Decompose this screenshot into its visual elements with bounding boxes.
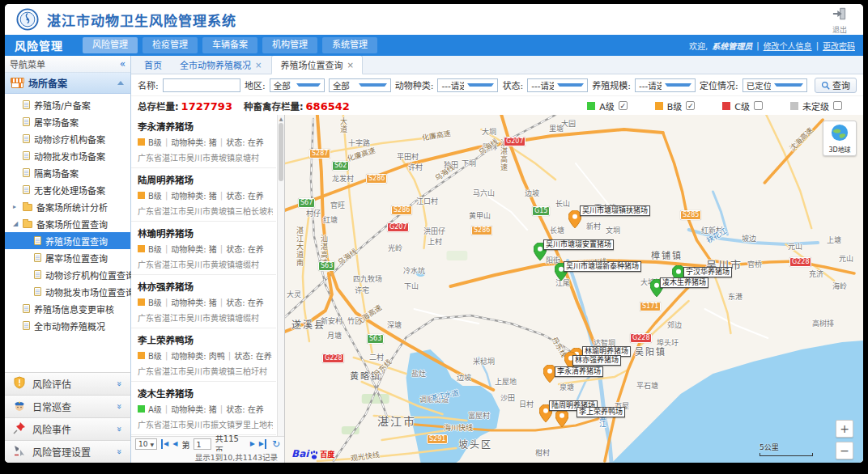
page-prefix: 第 — [181, 438, 189, 451]
farm-marker-label[interactable]: 吴川市塘㙍安置猪场 — [543, 239, 614, 250]
map-zoom-in-button[interactable]: + — [836, 420, 853, 438]
farm-card-4[interactable]: 李上荣养鸭场B级|动物种类: 肉鸭|状态: 在养广东省湛江市吴川市黄坡镇三柏圩村 — [131, 328, 276, 382]
refresh-button[interactable]: ↻ — [272, 439, 280, 449]
top-tab-1[interactable]: 检疫管理 — [143, 37, 198, 53]
search-button[interactable]: 查询 — [815, 78, 857, 93]
filter-select-5[interactable]: ---请选择--- — [635, 78, 696, 92]
map-place-label: 月塘 — [327, 330, 342, 341]
farm-card-1[interactable]: 陆周明养猪场B级|动物种类: 猪|状态: 在养广东省湛江市吴川市黄坡镇三柏长坡村 — [131, 168, 276, 222]
road-badge: S67 — [298, 198, 315, 208]
scale-line — [760, 453, 813, 456]
scroll-up-icon[interactable]: ▲ — [278, 115, 284, 123]
accordion-settings[interactable]: 风险管理设置» — [5, 440, 130, 463]
farm-marker-label[interactable]: 吴川市塘㙍镇扶猪场 — [580, 205, 650, 216]
sidebar-menu: 养殖场/户备案屠宰场备案动物诊疗机构备案动物批发市场备案隔离场备案无害化处理场备… — [5, 94, 130, 334]
legend-checkbox[interactable] — [754, 101, 763, 110]
select-value: ---请选择--- — [639, 79, 662, 91]
filter-select-2[interactable]: 全部 — [329, 78, 391, 92]
farm-marker-label[interactable]: 宁汉华养猪场 — [683, 267, 732, 277]
tab-2[interactable]: 养殖场位置查询× — [271, 55, 362, 74]
filter-select-4[interactable]: ---请选择--- — [527, 78, 588, 92]
sidebar-item-6[interactable]: ▸备案场所统计分析 — [5, 198, 130, 215]
legend-checkbox[interactable]: ✓ — [686, 101, 695, 110]
last-page-button[interactable]: ▶ — [259, 439, 266, 449]
road-badge: S285 — [680, 210, 701, 220]
divider: | — [756, 41, 759, 50]
farm-card-5[interactable]: 凌木生养猪场A级|动物种类: 猪|状态: 在养广东省湛江市吴川市振文镇罗里上地村 — [131, 382, 276, 435]
accordion-police[interactable]: 日常巡查» — [5, 395, 130, 417]
sidebar-item-9[interactable]: 屠宰场位置查询 — [5, 249, 130, 266]
scrollbar-thumb[interactable] — [279, 123, 283, 181]
next-page-button[interactable]: ▶ — [250, 439, 255, 449]
farm-card-2[interactable]: 林瑜明养猪场B级|动物种类: 猪|状态: 在养广东省湛江市吴川市黄坡镇塘缀村 — [131, 222, 276, 275]
road-badge: S286 — [471, 226, 492, 235]
species-label: 动物种类: 肉鸭 — [171, 349, 225, 362]
filter-select-3[interactable]: ---请选择--- — [437, 78, 498, 92]
farm-card-3[interactable]: 林亦强养猪场B级|动物种类: 猪|状态: 在养广东省湛江市吴川市黄坡镇塘缀村 — [131, 275, 276, 328]
farm-card-0[interactable]: 李永清养猪场B级|动物种类: 猪|状态: 在养广东省湛江市吴川市黄坡镇泉塘村 — [131, 115, 276, 168]
sidebar-item-13[interactable]: 全市动物养殖概况 — [5, 317, 130, 334]
map-canvas[interactable]: 湛江市吴川市遂溪县坡头区吴阳镇樟铺镇黄略镇大垌里塘大园十字路旺林平田村许村独田下… — [285, 115, 863, 463]
prev-page-button[interactable]: ◀ — [172, 439, 177, 449]
close-icon[interactable]: × — [347, 61, 353, 70]
accordion-shield[interactable]: 风险评估» — [5, 372, 130, 395]
filter-select-1[interactable]: 全部 — [270, 78, 325, 92]
document-icon — [23, 151, 30, 160]
grade-label: B级 — [148, 189, 162, 201]
accordion-title: 日常巡查 — [32, 400, 71, 413]
farm-marker-label[interactable]: 吴川市塘㙍新泰种猪场 — [564, 261, 641, 272]
sidebar-item-4[interactable]: 隔离场备案 — [5, 164, 130, 181]
sidebar-item-5[interactable]: 无害化处理场备案 — [5, 181, 130, 198]
map-place-label: 村仔 — [306, 208, 321, 218]
shop-icon — [11, 78, 23, 88]
user-link[interactable]: 更改密码 — [823, 40, 855, 52]
farm-marker-label[interactable]: 凌木生养猪场 — [660, 277, 708, 288]
sidebar-item-label: 屠宰场备案 — [34, 116, 79, 129]
top-tab-0[interactable]: 风险管理 — [83, 37, 138, 53]
user-link[interactable]: 修改个人信息 — [764, 40, 812, 52]
sidebar-collapse-button[interactable]: « — [120, 58, 126, 70]
legend-label: 未定级 — [802, 99, 829, 112]
page-input[interactable]: 1 — [194, 438, 211, 450]
species-label: 动物种类: 猪 — [171, 189, 217, 201]
sidebar-item-10[interactable]: 动物诊疗机构位置查询 — [5, 266, 130, 283]
farm-card-6[interactable]: 宁汉华养猪场A级|动物种类: 猪|状态: 在养广东省湛江市吴川市振文镇吴川市振文… — [131, 435, 276, 436]
close-icon[interactable]: × — [255, 61, 262, 70]
legend-checkbox[interactable]: ✓ — [619, 101, 628, 110]
farm-marker-pin[interactable] — [555, 409, 568, 430]
farm-marker-label[interactable]: 林亦强养猪场 — [572, 355, 621, 366]
sidebar-item-11[interactable]: 动物批发市场位置查询 — [5, 283, 130, 300]
farm-marker-label[interactable]: 李上荣养鸭场 — [577, 407, 625, 417]
tab-1[interactable]: 全市动物养殖概况× — [172, 56, 270, 74]
sidebar-item-2[interactable]: 动物诊疗机构备案 — [5, 130, 130, 147]
list-scrollbar[interactable]: ▲ — [277, 115, 284, 436]
sidebar-item-12[interactable]: 养殖场信息变更审核 — [5, 300, 130, 317]
farm-name: 李永清养猪场 — [138, 120, 273, 133]
name-input[interactable] — [163, 78, 240, 92]
map-road-label: 大道 — [338, 117, 349, 133]
sidebar-item-7[interactable]: ◢备案场所位置查询 — [5, 215, 130, 232]
accordion-pin[interactable]: 风险事件» — [5, 417, 130, 440]
farm-marker-label[interactable]: 李永清养猪场 — [555, 366, 603, 377]
top-tab-2[interactable]: 车辆备案 — [202, 37, 257, 53]
sidebar-item-0[interactable]: 养殖场/户备案 — [5, 96, 130, 113]
filter-select-6[interactable]: 已定位 — [742, 78, 807, 92]
top-tab-4[interactable]: 系统管理 — [322, 37, 377, 53]
panel-places-header[interactable]: 场所备案 — [5, 73, 130, 94]
map-zoom-out-button[interactable]: − — [836, 442, 853, 459]
legend-checkbox[interactable] — [833, 101, 842, 110]
sidebar-item-8[interactable]: 养殖场位置查询 — [5, 232, 130, 249]
tab-0[interactable]: 首页 — [136, 56, 170, 74]
grade-label: B级 — [148, 296, 162, 308]
tree-arrow-icon[interactable]: ▸ — [13, 203, 19, 210]
first-page-button[interactable]: ◀ — [161, 439, 168, 449]
top-tab-3[interactable]: 机构管理 — [262, 37, 317, 53]
chevron-down-icon — [296, 83, 321, 87]
sidebar-item-3[interactable]: 动物批发市场备案 — [5, 147, 130, 164]
page-size-select[interactable]: 10 ▼ — [135, 438, 157, 450]
map-3d-globe-button[interactable]: 3D地球 — [823, 121, 857, 156]
legend-item-1: B级✓ — [655, 99, 696, 112]
sidebar-item-1[interactable]: 屠宰场备案 — [5, 113, 130, 130]
logout-button[interactable]: 退出 — [826, 6, 853, 35]
tree-arrow-icon[interactable]: ◢ — [13, 220, 19, 227]
